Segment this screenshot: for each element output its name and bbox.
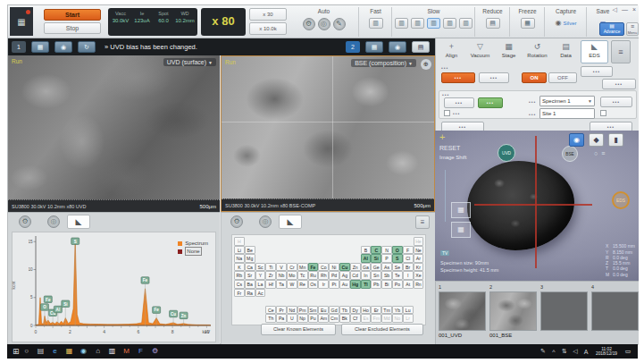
zoom-in-button[interactable]: ▦ (451, 202, 471, 218)
eds-option-button-1[interactable]: ••• (581, 66, 613, 77)
office-icon[interactable]: M (120, 344, 134, 359)
image-shift-crosshair-icon[interactable]: + (439, 131, 445, 142)
element-xe[interactable]: Xe (414, 271, 424, 280)
thumbnail-slot-4[interactable]: 4 (591, 284, 640, 343)
element-no[interactable]: No (392, 314, 403, 323)
element-mg[interactable]: Mg (245, 254, 255, 263)
bse-detector-badge[interactable]: BSE (562, 146, 578, 162)
thumbnail-slot-2[interactable]: 2001_BSE (489, 284, 539, 343)
element-rb[interactable]: Rb (234, 271, 245, 280)
scan-slow-4-button[interactable]: ▥ (443, 18, 456, 29)
tab-vacuum[interactable]: ▽Vacuum (466, 40, 494, 63)
element-ce[interactable]: Ce (265, 306, 276, 315)
taskview-icon[interactable]: ▤ (34, 344, 48, 359)
auto-contrast-icon[interactable]: ◎ (318, 18, 330, 30)
network-icon[interactable]: ⇅ (559, 348, 570, 355)
edge-icon[interactable]: e (48, 344, 63, 359)
element-ba[interactable]: Ba (245, 280, 255, 289)
sem-image-uvd[interactable] (8, 55, 220, 199)
reset-button[interactable]: RESET (439, 145, 460, 151)
reduce-button[interactable]: ▤ (486, 18, 500, 29)
tab-eds[interactable]: ◣EDS (581, 40, 608, 63)
element-tl[interactable]: Tl (361, 280, 372, 289)
element-f[interactable]: F (403, 246, 414, 255)
thumbnail-empty[interactable] (591, 291, 639, 331)
legend-item-none[interactable]: None (178, 247, 208, 256)
element-se[interactable]: Se (392, 263, 403, 272)
element-rh[interactable]: Rh (318, 271, 329, 280)
capture-mode-label[interactable]: Silver (563, 21, 576, 26)
element-pd[interactable]: Pd (329, 271, 339, 280)
photos-icon[interactable]: ◉ (77, 344, 91, 359)
thumbnail-empty[interactable] (540, 291, 588, 331)
auto-gun-gear-icon[interactable]: ⚙ (303, 18, 315, 30)
shift-slider[interactable] (445, 170, 446, 222)
thumbnail-slot-1[interactable]: 1001_UVD (439, 284, 488, 343)
clear-excluded-elements-button[interactable]: Clear Excluded Elements (341, 324, 423, 335)
element-re[interactable]: Re (297, 280, 308, 289)
auto-focus-icon[interactable]: ✎ (333, 18, 346, 30)
element-bk[interactable]: Bk (339, 314, 350, 323)
advance-mode-button[interactable]: ▤ Advance (599, 22, 624, 36)
element-n[interactable]: N (381, 246, 392, 255)
element-cm[interactable]: Cm (329, 314, 339, 323)
element-gd[interactable]: Gd (329, 306, 339, 315)
element-b[interactable]: B (361, 246, 372, 255)
pen-icon[interactable]: ✎ (538, 348, 548, 355)
tab-align[interactable]: +Align (438, 40, 465, 63)
element-cr[interactable]: Cr (287, 263, 297, 272)
minimize-button[interactable]: — (622, 6, 628, 13)
element-as[interactable]: As (381, 263, 392, 272)
element-k[interactable]: K (234, 263, 245, 272)
element-ga[interactable]: Ga (361, 263, 372, 272)
element-zn[interactable]: Zn (350, 263, 361, 272)
element-at[interactable]: At (403, 280, 414, 289)
scope-detector-button[interactable]: ▮ (608, 133, 623, 147)
taskbar-clock[interactable]: 11:02 2018/12/19 (596, 347, 617, 357)
element-sm[interactable]: Sm (308, 306, 319, 315)
panel-2-badge[interactable]: 2 (346, 41, 360, 53)
element-br[interactable]: Br (403, 263, 414, 272)
scan-fast-button[interactable]: ▥ (369, 18, 383, 29)
periodic-menu-button[interactable]: ≡ (415, 215, 430, 229)
tab-rotation[interactable]: ↺Rotation (523, 40, 551, 63)
legend-item-spectrum[interactable]: Spectrum (178, 240, 208, 247)
zoom-out-button[interactable]: ▦ (451, 222, 471, 238)
search-icon[interactable]: ○ (20, 344, 34, 359)
action-center-icon[interactable]: ▭ (622, 348, 634, 355)
panel-1-refresh-icon[interactable]: ↻ (78, 41, 96, 53)
element-fr[interactable]: Fr (234, 289, 245, 298)
element-s[interactable]: S (392, 254, 403, 263)
element-ge[interactable]: Ge (371, 263, 381, 272)
specimen-option-button[interactable]: ••• (600, 97, 632, 107)
sem-image-panel-1[interactable]: Run UVD (surface) ▼ SU3800 30.0kV 10.2mm… (8, 55, 220, 212)
file-explorer-icon[interactable]: ▦ (63, 344, 77, 359)
element-fm[interactable]: Fm (371, 314, 381, 323)
element-th[interactable]: Th (265, 314, 276, 323)
control-menu-button[interactable]: ≡ (611, 40, 631, 63)
scope-camera-button[interactable]: ◉ (569, 133, 584, 147)
element-dy[interactable]: Dy (350, 306, 361, 315)
mag-x30-button[interactable]: x 30 (249, 8, 287, 21)
element-ag[interactable]: Ag (339, 271, 350, 280)
home-icon[interactable]: ⌂ (91, 344, 105, 359)
ime-icon[interactable]: A (581, 349, 591, 355)
tray-expand-icon[interactable]: ^ (548, 349, 559, 355)
panel-2-display-icon[interactable]: ▤ (412, 41, 430, 53)
clear-known-elements-button[interactable]: Clear Known Elements (261, 324, 336, 335)
element-es[interactable]: Es (361, 314, 372, 323)
element-os[interactable]: Os (308, 280, 319, 289)
thumbnail-image[interactable] (439, 291, 486, 331)
element-zr[interactable]: Zr (265, 271, 276, 280)
mag-x10k-button[interactable]: x 10.0k (249, 22, 287, 35)
freeze-button[interactable]: ▦ (521, 18, 535, 29)
element-ar[interactable]: Ar (414, 254, 424, 263)
element-am[interactable]: Am (318, 314, 329, 323)
periodic-settings-icon[interactable]: ⚙ (230, 215, 243, 228)
acquire-button[interactable]: ••• (478, 97, 503, 108)
element-sn[interactable]: Sn (371, 271, 381, 280)
element-w[interactable]: W (287, 280, 297, 289)
element-sc[interactable]: Sc (255, 263, 266, 272)
stop-button[interactable]: Stop (44, 22, 101, 34)
element-ne[interactable]: Ne (414, 246, 424, 255)
